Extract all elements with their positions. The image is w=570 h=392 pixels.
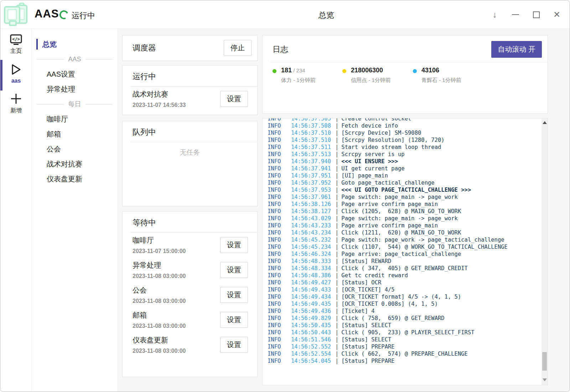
log-line: INFO 14:56:51.546 | [Status] SELECT (263, 336, 542, 343)
log-timestamp: 14:56:48.334 (291, 265, 331, 272)
sidebar-menu-item-label: 战术对抗赛 (47, 159, 82, 169)
log-line: INFO 14:56:37.953 | <<< UI GOTO PAGE_TAC… (263, 186, 542, 194)
log-line: INFO 14:56:52.552 | [Status] PREPARE (263, 343, 542, 350)
sidebar-menu-item[interactable]: 仪表盘更新 (32, 171, 118, 186)
log-level: INFO (263, 129, 291, 136)
log-line: INFO 14:56:50.443 | Click ( 905, 233) @ … (263, 329, 542, 336)
log-separator: | (335, 144, 338, 151)
log-separator: | (335, 272, 338, 279)
log-separator: | (335, 122, 338, 129)
sidebar-menu-item[interactable]: AAS设置 (32, 67, 118, 82)
rail-item-aas[interactable]: aas (0, 58, 32, 88)
scrollbar-thumb[interactable] (542, 352, 547, 371)
log-timestamp: 14:56:43.029 (291, 215, 331, 222)
log-message: [Scrcpy Device] SM-S9080 (341, 129, 421, 136)
log-line: INFO 14:56:37.952 | Goto page_tactical_c… (263, 179, 542, 186)
log-level: INFO (263, 272, 291, 279)
running-task-time: 2023-11-07 14:56:33 (133, 102, 186, 108)
log-separator: | (335, 308, 338, 315)
queue-title: 队列中 (133, 127, 156, 138)
log-message: [UI] page_main (341, 172, 388, 179)
sidebar-menu-item[interactable]: 异常处理 (32, 82, 118, 97)
log-message: Click ( 347, 405) @ GET_REWARD_CREDIT (341, 265, 468, 272)
sidebar-menu-item[interactable]: 总览 (32, 37, 118, 52)
log-separator: | (335, 118, 338, 122)
log-timestamp: 14:56:51.546 (291, 336, 331, 343)
waiting-settings-button[interactable]: 设置 (220, 312, 248, 328)
log-separator: | (335, 201, 338, 208)
running-task-name: 战术对抗赛 (133, 89, 186, 99)
scroll-up-icon[interactable] (543, 121, 547, 124)
minimize-to-tray-button[interactable]: ↓ (490, 10, 500, 20)
log-line: INFO 14:56:37.508 | Fetch device info (263, 122, 542, 129)
running-task-row: 战术对抗赛 2023-11-07 14:56:33 设置 (123, 87, 257, 112)
log-level: INFO (263, 172, 291, 179)
log-lines: INFO 14:56:37.505 | Create control socke… (263, 118, 542, 365)
log-separator: | (335, 229, 338, 236)
log-timestamp: 14:56:43.234 (291, 229, 331, 236)
autoscroll-toggle-button[interactable]: 自动滚动 开 (491, 41, 542, 58)
log-timestamp: 14:56:43.233 (291, 222, 331, 229)
log-scrollbar[interactable] (542, 118, 548, 385)
stop-button[interactable]: 停止 (224, 40, 252, 56)
queue-card: 队列中 无任务 (122, 121, 258, 206)
maximize-icon (533, 11, 540, 18)
minimize-button[interactable] (511, 10, 520, 20)
waiting-title: 等待中 (133, 217, 156, 228)
waiting-task-name: 仪表盘更新 (133, 335, 186, 345)
waiting-settings-button[interactable]: 设置 (220, 287, 248, 303)
stat-label: 信用点 - 1分钟前 (351, 77, 391, 84)
waiting-settings-button[interactable]: 设置 (220, 237, 248, 253)
log-timestamp: 14:56:50.443 (291, 329, 331, 336)
log-separator: | (335, 222, 338, 229)
log-line: INFO 14:56:49.436 | [Ticket] 4 (263, 308, 542, 315)
log-level: INFO (263, 229, 291, 236)
waiting-settings-button[interactable]: 设置 (220, 262, 248, 278)
log-card: 日志 自动滚动 开 181 / 234 体力 - 1分钟前 218006300 … (262, 35, 548, 114)
waiting-card: 等待中 咖啡厅 2023-11-07 15:00:00 设置 异常处理 2023… (122, 211, 258, 377)
log-message: Click ( 758, 659) @ GET_REWARD (341, 315, 444, 322)
log-message: [OCR_TICKET 0.008s] (4, 1, 5) (341, 300, 438, 308)
log-line: INFO 14:56:49.435 | [OCR_TICKET 0.008s] … (263, 300, 542, 308)
stat-dot-icon (273, 69, 276, 73)
sidebar-menu-item[interactable]: 公会 (32, 141, 118, 156)
log-message: Page arrive confirm page_main (341, 222, 438, 229)
stat-label: 青辉石 - 1分钟前 (421, 77, 461, 84)
waiting-settings-button[interactable]: 设置 (220, 337, 248, 353)
log-message: [Status] PREPARE (341, 343, 394, 350)
app-window: AAS 运行中 总览 ↓ ✕ </> 主页 aas (0, 0, 570, 392)
log-separator: | (335, 300, 338, 308)
log-level: INFO (263, 336, 291, 343)
rail-item-home[interactable]: </> 主页 (0, 29, 32, 58)
log-line: INFO 14:56:37.940 | <<< UI ENSURE >>> (263, 158, 542, 165)
selected-indicator (36, 39, 38, 50)
log-message: Create control socket (341, 118, 411, 122)
plus-icon (10, 93, 22, 105)
running-settings-button[interactable]: 设置 (220, 91, 248, 107)
log-line: INFO 14:56:45.232 | Page switch: page_wo… (263, 236, 542, 243)
log-level: INFO (263, 208, 291, 215)
scroll-down-icon[interactable] (543, 378, 547, 381)
log-line: INFO 14:56:54.045 | [Status] PREPARE (263, 357, 542, 365)
log-level: INFO (263, 279, 291, 286)
log-message: Goto page_tactical_challenge (341, 179, 434, 186)
log-line: INFO 14:56:37.513 | Scrcpy server is up (263, 151, 542, 158)
log-timestamp: 14:56:37.510 (291, 136, 331, 144)
log-separator: | (335, 322, 338, 329)
log-level: INFO (263, 357, 291, 365)
scheduler-card: 调度器 停止 (122, 35, 258, 61)
log-message: <<< UI ENSURE >>> (341, 158, 398, 165)
waiting-task-row: 仪表盘更新 2023-11-08 03:00:00 设置 (123, 332, 257, 357)
stat-dot-icon (342, 69, 346, 73)
waiting-task-name: 邮箱 (133, 310, 186, 320)
running-title: 运行中 (133, 71, 156, 82)
maximize-button[interactable] (531, 10, 541, 20)
sidebar-menu-item[interactable]: 咖啡厅 (32, 112, 118, 127)
app-name: AAS (35, 7, 59, 20)
sidebar-menu-item[interactable]: 邮箱 (32, 127, 118, 141)
log-level: INFO (263, 158, 291, 165)
sidebar-menu-item[interactable]: 战术对抗赛 (32, 156, 118, 171)
close-button[interactable]: ✕ (552, 10, 562, 20)
rail-item-new[interactable]: 新增 (0, 88, 32, 118)
scheduler-title: 调度器 (133, 43, 156, 53)
